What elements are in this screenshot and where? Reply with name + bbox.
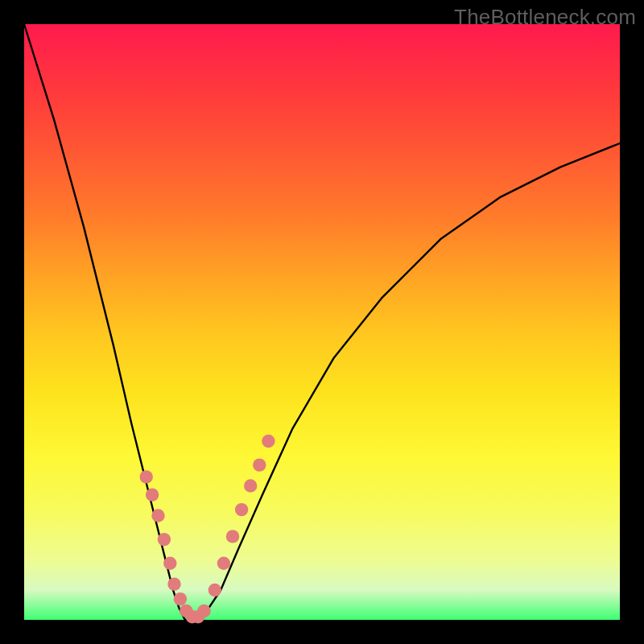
highlight-marker [253,458,266,471]
highlight-marker [151,509,164,522]
highlight-marker [262,435,275,448]
highlight-marker [146,488,159,501]
highlight-marker [158,533,171,546]
bottleneck-curve-path [24,24,620,620]
highlight-marker [208,584,221,597]
highlight-marker [217,557,230,570]
highlight-marker [197,605,210,617]
highlight-marker [140,470,153,483]
chart-frame: TheBottleneck.com [0,0,644,644]
plot-area [24,24,620,620]
highlight-marker [174,592,187,605]
highlight-marker [226,530,239,543]
curve-group [24,24,620,620]
curve-svg [24,24,620,620]
highlight-marker [244,479,257,492]
marker-group [140,435,275,624]
highlight-marker [167,577,180,590]
highlight-marker [235,503,248,516]
highlight-marker [163,557,176,570]
